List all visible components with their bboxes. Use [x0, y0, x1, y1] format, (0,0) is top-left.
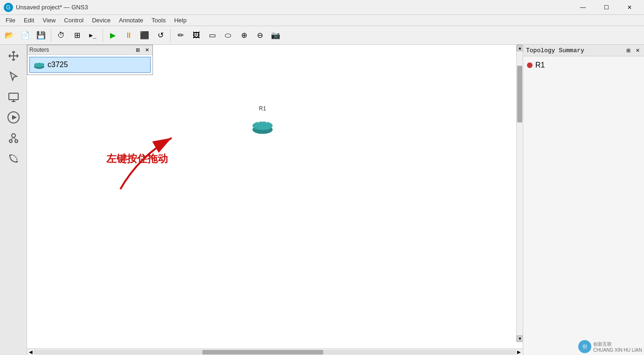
canvas-vscroll[interactable]: ▲ ▼	[516, 45, 523, 342]
svg-point-14	[265, 119, 267, 121]
stop-button[interactable]: ⬛	[137, 28, 152, 43]
topology-header-controls: ⊞ ✕	[624, 47, 641, 54]
menu-item-control[interactable]: Control	[60, 16, 87, 25]
new-file-button[interactable]: 📄	[18, 28, 33, 43]
reload-button[interactable]: ↺	[153, 28, 168, 43]
terminal-button[interactable]: ▶_	[85, 28, 100, 43]
topology-body: R1	[523, 56, 644, 355]
topology-summary-header: Topology Summary ⊞ ✕	[523, 45, 644, 56]
select-tool-button[interactable]	[4, 67, 23, 86]
toolbar: 📂 📄 💾 ⏱ ⊞ ▶_ ▶ ⏸ ⬛ ↺ ✏ 🖼 ▭ ⬭ ⊕ ⊖ 📷	[0, 26, 644, 45]
routers-header-controls: ⊞ ✕	[134, 46, 151, 54]
timer-button[interactable]: ⏱	[54, 28, 69, 43]
toolbar-separator-3	[170, 29, 171, 42]
canvas-router-r1-icon	[251, 114, 274, 137]
canvas-hscroll[interactable]: ◀ ▶	[27, 348, 523, 355]
watermark-line1: 创新互联	[593, 341, 642, 348]
menu-item-view[interactable]: View	[39, 16, 59, 25]
play-button[interactable]	[4, 108, 23, 127]
menu-item-edit[interactable]: Edit	[20, 16, 38, 25]
svg-point-9	[41, 62, 42, 63]
title-bar-left: G Unsaved project* — GNS3	[4, 3, 88, 12]
svg-point-11	[252, 122, 272, 130]
svg-point-8	[39, 61, 40, 62]
svg-rect-0	[9, 93, 18, 100]
routers-panel-close-button[interactable]: ✕	[143, 46, 151, 54]
maximize-button[interactable]: ☐	[596, 1, 617, 14]
title-bar: G Unsaved project* — GNS3 — ☐ ✕	[0, 0, 644, 15]
zoom-in-button[interactable]: ⊕	[236, 28, 251, 43]
app-icon: G	[4, 3, 13, 12]
menu-item-help[interactable]: Help	[170, 16, 190, 25]
menu-item-tools[interactable]: Tools	[148, 16, 169, 25]
svg-point-3	[9, 140, 12, 143]
hscroll-left-button[interactable]: ◀	[28, 349, 34, 355]
watermark-icon: 创	[578, 340, 591, 353]
router-item-icon	[34, 59, 45, 70]
topology-close-button[interactable]: ✕	[634, 47, 641, 54]
watermark-text: 创新互联 CHUANG XIN HU LIAN	[593, 341, 642, 353]
minimize-button[interactable]: —	[572, 1, 594, 14]
routers-panel-title: Routers	[29, 47, 49, 53]
routers-panel-float-button[interactable]: ⊞	[134, 46, 141, 54]
vscroll-up-button[interactable]: ▲	[517, 45, 523, 51]
menu-item-file[interactable]: File	[2, 16, 19, 25]
svg-point-6	[34, 62, 44, 67]
right-panel: Topology Summary ⊞ ✕ R1	[523, 45, 644, 355]
menu-item-device[interactable]: Device	[88, 16, 114, 25]
menu-bar: FileEditViewControlDeviceAnnotateToolsHe…	[0, 15, 644, 26]
window-controls: — ☐ ✕	[572, 1, 640, 14]
vscroll-down-button[interactable]: ▼	[517, 335, 523, 342]
toolbar-separator-1	[51, 29, 51, 42]
canvas-router-r1[interactable]: R1	[251, 105, 274, 137]
network-button[interactable]	[4, 129, 23, 147]
rect-button[interactable]: ▭	[205, 28, 220, 43]
router-item-c3725[interactable]: c3725	[29, 57, 151, 73]
routers-header: Routers ⊞ ✕	[28, 45, 152, 55]
title-text: Unsaved project* — GNS3	[16, 4, 88, 11]
start-button[interactable]: ▶	[105, 28, 120, 43]
move-tool-button[interactable]	[4, 47, 23, 65]
zoom-out-button[interactable]: ⊖	[252, 28, 267, 43]
router-item-label: c3725	[48, 61, 68, 69]
screenshot-button[interactable]: 📷	[268, 28, 283, 43]
svg-point-7	[37, 62, 38, 63]
r1-status-dot	[527, 62, 533, 68]
toolbar-separator-2	[103, 29, 103, 42]
pause-button[interactable]: ⏸	[121, 28, 136, 43]
routers-panel: Routers ⊞ ✕ c3725	[27, 45, 153, 75]
topology-item-r1[interactable]: R1	[527, 60, 640, 70]
open-folder-button[interactable]: 📂	[2, 28, 17, 43]
save-button[interactable]: 💾	[34, 28, 48, 43]
topology-float-button[interactable]: ⊞	[624, 47, 632, 54]
ellipse-button[interactable]: ⬭	[221, 28, 235, 43]
hscroll-track[interactable]	[34, 350, 516, 355]
canvas-router-r1-label: R1	[259, 105, 266, 112]
hscroll-thumb[interactable]	[202, 350, 323, 355]
svg-point-2	[12, 134, 15, 137]
edit-button[interactable]: ✏	[173, 28, 188, 43]
menu-item-annotate[interactable]: Annotate	[115, 16, 147, 25]
drag-label: 左键按住拖动	[106, 152, 168, 166]
watermark-line2: CHUANG XIN HU LIAN	[593, 348, 642, 353]
image-button[interactable]: 🖼	[189, 28, 204, 43]
hscroll-right-button[interactable]: ▶	[516, 349, 522, 355]
refresh-button[interactable]	[4, 149, 23, 168]
close-button[interactable]: ✕	[619, 1, 640, 14]
main-layout: Routers ⊞ ✕ c3725	[0, 45, 644, 355]
svg-point-12	[258, 119, 260, 121]
left-sidebar	[0, 45, 27, 355]
svg-point-13	[262, 118, 263, 120]
drag-arrow-annotation	[111, 129, 204, 198]
svg-point-4	[15, 140, 18, 143]
center-content: Routers ⊞ ✕ c3725	[27, 45, 523, 355]
topology-summary-title: Topology Summary	[526, 47, 584, 54]
grid-button[interactable]: ⊞	[69, 28, 84, 43]
watermark: 创 创新互联 CHUANG XIN HU LIAN	[578, 340, 642, 353]
canvas-area[interactable]: R1 左键按住拖动	[27, 45, 523, 348]
r1-label: R1	[535, 61, 545, 69]
monitor-button[interactable]	[4, 88, 23, 106]
